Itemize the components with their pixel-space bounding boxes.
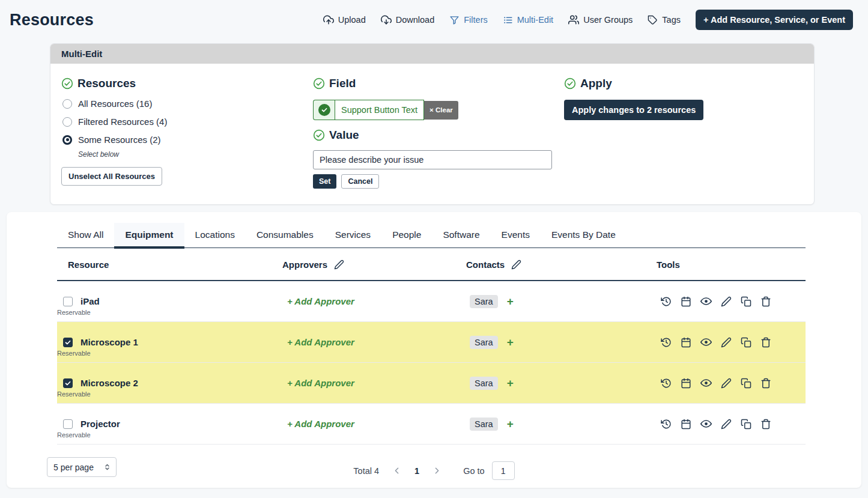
table-row: Microscope 1 + Add Approver Sara + Reser… — [57, 322, 806, 363]
apply-section: Apply Apply changes to 2 resources — [564, 72, 803, 189]
calendar-icon[interactable] — [681, 378, 691, 389]
add-approver-button[interactable]: + Add Approver — [287, 378, 354, 388]
trash-icon[interactable] — [760, 378, 771, 389]
pencil-icon[interactable] — [721, 296, 732, 307]
set-button[interactable]: Set — [313, 174, 336, 189]
tools-cell — [646, 377, 806, 389]
unselect-all-button[interactable]: Unselect All Resources — [61, 167, 162, 186]
copy-icon[interactable] — [741, 296, 751, 307]
radio-circle-icon — [62, 117, 72, 127]
per-page-value: 5 per page — [53, 463, 94, 472]
cancel-button[interactable]: Cancel — [341, 174, 379, 189]
user-groups-button[interactable]: User Groups — [568, 14, 633, 25]
history-icon[interactable] — [661, 419, 672, 430]
goto-label: Go to — [463, 466, 484, 476]
add-approver-button[interactable]: + Add Approver — [287, 419, 354, 429]
trash-icon[interactable] — [760, 337, 771, 348]
apply-changes-button[interactable]: Apply changes to 2 resources — [564, 100, 703, 120]
tags-label: Tags — [662, 15, 681, 25]
tab-consumables[interactable]: Consumables — [246, 223, 324, 247]
trash-icon[interactable] — [760, 296, 771, 307]
row-checkbox-checked[interactable] — [63, 378, 73, 388]
list-icon — [503, 15, 513, 25]
per-page-select[interactable]: 5 per page — [47, 457, 117, 477]
row-checkbox[interactable] — [63, 419, 73, 429]
tab-software[interactable]: Software — [432, 223, 490, 247]
tab-events-by-date[interactable]: Events By Date — [541, 223, 627, 247]
chevron-right-icon — [432, 466, 442, 476]
radio-filtered-resources[interactable]: Filtered Resources (4) — [62, 117, 313, 127]
trash-icon[interactable] — [760, 419, 771, 430]
edit-contacts-icon[interactable] — [511, 260, 521, 270]
filters-button[interactable]: Filters — [449, 15, 487, 25]
tab-equipment[interactable]: Equipment — [114, 223, 184, 247]
resource-name: Microscope 1 — [80, 337, 138, 347]
copy-icon[interactable] — [741, 419, 751, 430]
add-approver-button[interactable]: + Add Approver — [287, 296, 354, 306]
tools-cell — [646, 296, 806, 307]
contact-badge: Sara — [470, 377, 498, 390]
tab-services[interactable]: Services — [324, 223, 381, 247]
next-page-button[interactable] — [432, 466, 442, 476]
add-contact-button[interactable]: + — [507, 418, 514, 430]
radio-some-resources[interactable]: Some Resources (2) — [62, 135, 313, 145]
pencil-icon[interactable] — [721, 419, 732, 430]
tags-button[interactable]: Tags — [648, 15, 681, 25]
add-contact-button[interactable]: + — [507, 296, 514, 307]
eye-icon[interactable] — [700, 377, 712, 389]
eye-icon[interactable] — [700, 336, 712, 348]
calendar-icon[interactable] — [681, 419, 691, 430]
row-checkbox-checked[interactable] — [63, 338, 73, 347]
add-approver-button[interactable]: + Add Approver — [287, 337, 354, 347]
history-icon[interactable] — [661, 337, 672, 348]
tab-events[interactable]: Events — [491, 223, 541, 247]
clear-field-button[interactable]: × Clear — [424, 101, 458, 120]
table-row: Projector + Add Approver Sara + Reservab… — [57, 404, 806, 445]
add-resource-button[interactable]: + Add Resource, Service, or Event — [696, 10, 853, 30]
add-contact-button[interactable]: + — [507, 336, 514, 348]
tab-show-all[interactable]: Show All — [57, 223, 114, 247]
circle-check-icon — [313, 77, 325, 90]
copy-icon[interactable] — [741, 378, 751, 389]
contact-badge: Sara — [470, 336, 498, 349]
tab-locations[interactable]: Locations — [184, 223, 246, 247]
value-section-heading: Value — [313, 129, 564, 142]
current-page-button[interactable]: 1 — [414, 466, 419, 476]
pencil-icon[interactable] — [721, 378, 732, 389]
page-title: Resources — [10, 11, 94, 29]
resource-cell: Projector — [57, 419, 272, 429]
radio-filtered-resources-label: Filtered Resources (4) — [78, 117, 167, 127]
value-input[interactable] — [313, 150, 552, 169]
total-count: Total 4 — [353, 466, 379, 476]
multi-edit-panel-title: Multi-Edit — [50, 44, 814, 64]
resources-heading-label: Resources — [77, 77, 136, 90]
eye-icon[interactable] — [700, 418, 712, 430]
radio-all-resources[interactable]: All Resources (16) — [62, 99, 313, 109]
goto-page-input[interactable] — [492, 461, 515, 480]
check-circle-filled-icon — [318, 104, 330, 116]
column-contacts-label: Contacts — [466, 260, 505, 270]
users-icon — [568, 14, 579, 25]
multi-edit-panel: Multi-Edit Resources All Resources (16) … — [50, 43, 815, 205]
chevron-left-icon — [392, 466, 402, 476]
multi-edit-button[interactable]: Multi-Edit — [503, 15, 553, 25]
copy-icon[interactable] — [741, 337, 751, 348]
eye-icon[interactable] — [700, 296, 712, 307]
pencil-icon[interactable] — [721, 337, 732, 348]
upload-button[interactable]: Upload — [323, 14, 366, 25]
prev-page-button[interactable] — [392, 466, 402, 476]
row-checkbox[interactable] — [63, 297, 73, 306]
edit-approvers-icon[interactable] — [334, 260, 344, 270]
contacts-cell: Sara + — [455, 377, 646, 390]
table-footer: 5 per page Total 4 1 Go to — [7, 452, 861, 491]
resource-name: Microscope 2 — [80, 378, 138, 388]
download-button[interactable]: Download — [381, 14, 435, 25]
history-icon[interactable] — [661, 296, 672, 307]
history-icon[interactable] — [661, 378, 672, 389]
resources-section: Resources All Resources (16) Filtered Re… — [61, 72, 313, 189]
calendar-icon[interactable] — [681, 337, 691, 348]
calendar-icon[interactable] — [681, 296, 691, 307]
select-below-hint: Select below — [78, 150, 313, 159]
tab-people[interactable]: People — [381, 223, 432, 247]
add-contact-button[interactable]: + — [507, 377, 514, 389]
